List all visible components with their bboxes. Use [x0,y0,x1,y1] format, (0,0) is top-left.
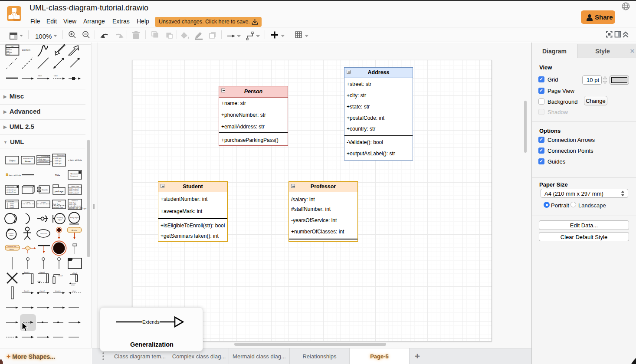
svg-text:Composite State: Composite State [7,246,16,247]
svg-text:Use Case: Use Case [40,233,47,235]
svg-text:+field2: +field2 [10,205,14,207]
svg-text:Control: Control [9,233,14,235]
svg-text:List Item: List Item [22,49,30,51]
svg-text:field1 = value1: field1 = value1 [69,188,79,190]
svg-text:Module: Module [42,189,48,191]
svg-text:Entity Object: Entity Object [70,217,79,219]
svg-text:+ field: type: + field: type [53,160,61,162]
svg-text:+ field: type: + field: type [53,163,61,164]
svg-text:return: return [72,290,76,292]
svg-text:self call: self call [58,275,63,277]
svg-text:Classname: Classname [41,156,49,157]
svg-text:+ item: attribute: + item: attribute [68,159,82,161]
svg-text:dispatch: dispatch [39,290,45,292]
svg-text:Name: Name [25,160,31,163]
svg-text:Object: Object [58,219,62,221]
svg-text:dispatch: dispatch [55,290,61,292]
svg-text:Interface: Interface [72,200,78,202]
svg-text:Item 1: Item 1 [7,48,10,50]
svg-text:+ field: type: + field: type [53,157,61,159]
svg-text:Item 3: Item 3 [7,53,10,55]
svg-text:Object: Object [9,235,13,236]
svg-text:item: attribute: item: attribute [9,174,21,177]
svg-text:«Annotation»: «Annotation» [70,173,79,175]
svg-text:field2 = value2: field2 = value2 [69,190,79,192]
svg-text:Item 2: Item 2 [7,51,10,52]
svg-text:callback: callback [72,272,77,274]
svg-text:Object: Object [9,159,16,162]
svg-text:Title: Title [55,174,60,177]
svg-text:Classname: Classname [57,154,65,156]
svg-text:Activity: Activity [72,230,77,231]
svg-text:«Interface»: «Interface» [23,157,33,160]
svg-text:dispatch: dispatch [24,272,30,273]
svg-text:Class: Class [57,200,61,203]
svg-text:+field1: +field1 [10,203,14,205]
svg-text:method2(Type, Type): Type: method2(Type, Type): Type [69,208,86,210]
svg-text:Object Type: Object Type [71,186,79,187]
svg-text:Class: Class [41,201,46,203]
svg-text:attribute2: type: attribute2: type [7,191,16,193]
svg-text:return: return [37,280,41,282]
svg-text:field3 = value3: field3 = value3 [69,192,79,194]
svg-text:dispatch: dispatch [24,290,30,292]
svg-text:label: label [38,75,42,77]
svg-text:dispatch: dispatch [39,272,45,273]
svg-text:List: List [11,46,14,47]
svg-text:Classname: Classname [7,186,14,188]
svg-text:Class: Class [26,201,30,203]
svg-text:Component: Component [70,175,78,177]
svg-text:return: return [71,284,75,286]
svg-text:+ field: type: + field: type [38,158,46,160]
svg-text:label: label [54,75,58,77]
svg-text:field: Type: field: Type [53,203,60,205]
svg-text:+ method(type): type: + method(type): type [38,161,52,162]
svg-text:Boundary: Boundary [57,217,63,219]
svg-text:Classname: Classname [7,201,14,203]
svg-text:method(): Type: method(): Type [53,207,63,208]
svg-text:+field3: +field3 [10,207,14,208]
svg-text:100%: 100% [35,33,52,40]
svg-text:field2: Type: field2: Type [69,204,76,206]
svg-text:Activity: Activity [10,249,14,250]
svg-text:package: package [55,190,63,193]
svg-text:attribute1: type: attribute1: type [7,189,16,191]
svg-text:Extends: Extends [142,319,160,325]
